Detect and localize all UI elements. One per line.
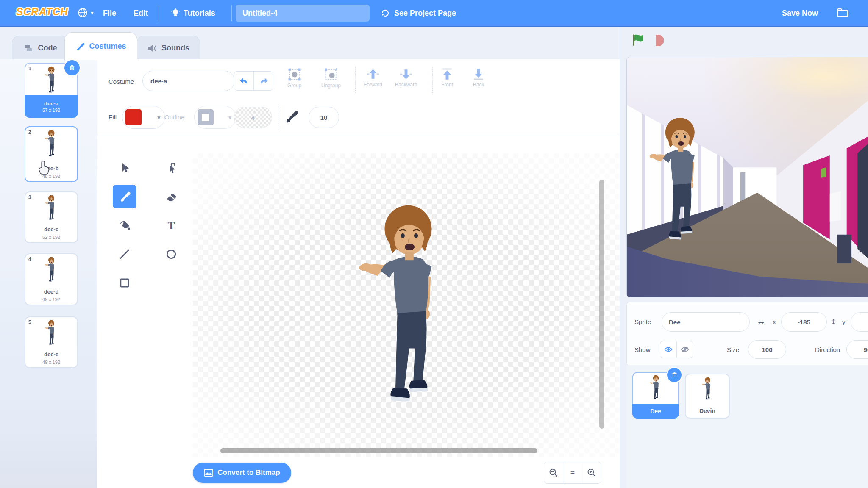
eye-hidden-icon <box>681 346 689 353</box>
tool-fill[interactable] <box>113 214 136 237</box>
costume-item-dee-b[interactable]: 2 dee-b 48 x 192 <box>25 126 78 182</box>
tool-eraser[interactable] <box>159 185 183 208</box>
sprite-info-panel: Sprite Dee ↔ x -185 ↕ y -6 Show Size 100… <box>626 302 868 366</box>
stage[interactable] <box>626 57 868 297</box>
delete-sprite-button[interactable] <box>667 368 682 382</box>
backward-button[interactable]: Backward <box>395 68 417 88</box>
tab-code[interactable]: Code <box>12 36 69 60</box>
save-now-button[interactable]: Save Now <box>782 0 818 26</box>
costume-name-input[interactable]: dee-a <box>142 71 235 91</box>
group-icon <box>288 68 301 81</box>
back-button[interactable]: Back <box>472 68 485 88</box>
editor-tab-bar: Code Costumes Sounds <box>0 26 620 59</box>
tool-circle[interactable] <box>159 242 183 266</box>
visibility-toggle <box>660 341 693 358</box>
project-title-input[interactable]: Untitled-4 <box>236 5 370 22</box>
zoom-reset-button[interactable]: = <box>563 462 582 483</box>
forward-label: Forward <box>364 82 382 88</box>
tool-line[interactable] <box>113 242 136 266</box>
size-input[interactable]: 100 <box>748 340 786 359</box>
select-arrow-icon <box>119 162 130 173</box>
tab-costumes[interactable]: Costumes <box>64 32 137 60</box>
x-position-icon: ↔ <box>757 316 766 327</box>
costume-list-pane: 1 dee-a 57 x 192 2 dee-b 48 x 192 <box>0 59 98 488</box>
costume-item-dee-e[interactable]: 5 dee-e 49 x 192 <box>25 316 78 368</box>
canvas-costume-drawing[interactable] <box>358 203 456 409</box>
outline-color-picker[interactable]: ▾ <box>194 106 236 129</box>
toolbar-separator <box>97 135 620 135</box>
sprite-item-devin-name: Devin <box>686 408 729 414</box>
canvas-horizontal-scrollbar[interactable] <box>220 448 537 453</box>
back-label: Back <box>473 82 484 88</box>
paintbrush-icon <box>75 42 85 51</box>
caret-down-icon: ▾ <box>228 114 231 121</box>
arrow-to-back-icon <box>472 68 485 80</box>
menu-edit[interactable]: Edit <box>134 0 148 26</box>
toolbar-divider-3 <box>278 104 278 130</box>
toolbar-divider <box>355 67 356 93</box>
x-label: x <box>773 318 776 325</box>
folder-icon <box>836 7 849 18</box>
ungroup-button[interactable]: Ungroup <box>321 68 341 89</box>
arrow-up-icon <box>367 68 379 80</box>
y-label: y <box>842 318 846 325</box>
outline-color-swatch <box>198 109 214 125</box>
globe-icon <box>77 7 88 18</box>
delete-costume-button[interactable] <box>64 60 80 75</box>
zoom-in-button[interactable] <box>582 462 601 483</box>
brush-size-icon <box>284 109 298 124</box>
group-button[interactable]: Group <box>287 68 301 89</box>
costume-item-dee-c[interactable]: 3 dee-c 52 x 192 <box>25 191 78 243</box>
menu-divider <box>159 5 159 21</box>
direction-input[interactable]: 90 <box>846 340 868 359</box>
ungroup-label: Ungroup <box>321 83 341 89</box>
tool-rectangle[interactable] <box>113 271 136 295</box>
show-sprite-button[interactable] <box>660 341 676 358</box>
redo-button[interactable] <box>253 72 273 90</box>
hide-sprite-button[interactable] <box>676 341 693 358</box>
refresh-icon <box>381 8 390 18</box>
forward-button[interactable]: Forward <box>364 68 382 88</box>
fill-label: Fill <box>108 114 117 121</box>
x-position-input[interactable]: -185 <box>781 312 827 332</box>
scratch-logo[interactable]: SCRATCH <box>16 6 68 18</box>
canvas-vertical-scrollbar[interactable] <box>599 180 604 429</box>
zoom-out-button[interactable] <box>544 462 563 483</box>
show-label: Show <box>634 346 651 353</box>
costume-name-label: Costume <box>108 78 134 85</box>
undo-button[interactable] <box>234 72 253 90</box>
tool-brush[interactable] <box>113 185 136 208</box>
sprite-item-dee-name: Dee <box>632 404 679 419</box>
convert-to-bitmap-label: Convert to Bitmap <box>217 469 280 477</box>
brush-size-input[interactable]: 10 <box>309 107 339 128</box>
arrow-down-icon <box>400 68 412 80</box>
green-flag-button[interactable] <box>631 33 645 48</box>
convert-to-bitmap-button[interactable]: Convert to Bitmap <box>193 463 291 483</box>
stage-sprite-dee[interactable] <box>649 116 710 244</box>
tab-costumes-label: Costumes <box>89 42 126 51</box>
svg-text:T: T <box>167 219 175 231</box>
zoom-in-icon <box>587 468 597 478</box>
costume-item-dee-d[interactable]: 4 dee-d 49 x 192 <box>25 253 78 305</box>
fill-color-picker[interactable]: ▾ <box>122 106 165 129</box>
trash-icon <box>68 64 76 72</box>
sprite-item-devin[interactable]: Devin <box>685 374 730 419</box>
paint-canvas[interactable] <box>193 153 620 458</box>
tool-text[interactable]: T <box>159 214 183 237</box>
tab-sounds[interactable]: Sounds <box>136 36 200 60</box>
costume-size: 52 x 192 <box>42 235 60 240</box>
menu-file[interactable]: File <box>103 0 116 26</box>
tool-reshape[interactable] <box>159 156 183 180</box>
costume-name: dee-e <box>44 351 58 358</box>
front-button[interactable]: Front <box>441 68 453 88</box>
costume-thumbnail <box>25 130 77 158</box>
tool-select[interactable] <box>113 156 136 180</box>
sprite-name-input[interactable]: Dee <box>662 312 750 332</box>
ungroup-icon <box>324 68 338 81</box>
hand-cursor-icon <box>38 160 51 175</box>
y-position-input[interactable]: -6 <box>851 312 868 332</box>
my-stuff-button[interactable] <box>836 7 849 20</box>
language-menu[interactable]: ▾ <box>77 7 94 18</box>
menu-tutorials[interactable]: Tutorials <box>171 0 215 26</box>
see-project-page-button[interactable]: See Project Page <box>381 0 456 26</box>
